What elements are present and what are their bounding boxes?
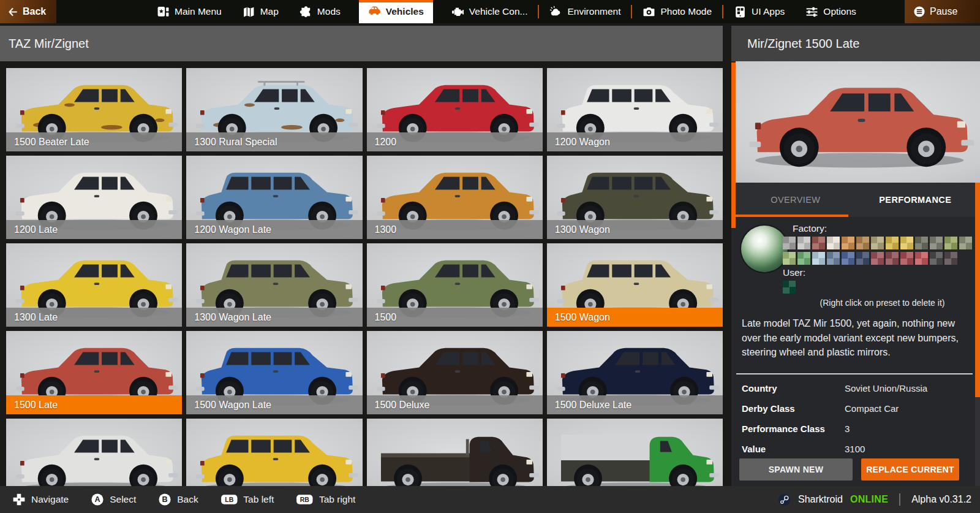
- spawn-new-button[interactable]: SPAWN NEW: [739, 458, 853, 481]
- controller-hint-icon: B: [158, 493, 172, 506]
- topbar-tab[interactable]: Environment: [547, 0, 623, 23]
- version-label: Alpha v0.31.2: [911, 494, 971, 505]
- vehicle-tile[interactable]: 1300 Wagon Late: [186, 243, 362, 327]
- vehicle-tile[interactable]: 1300 Wagon: [547, 156, 723, 239]
- topbar-tab[interactable]: Options: [803, 0, 858, 23]
- topbar-tab[interactable]: Vehicles: [359, 0, 433, 23]
- vehicle-name-bar: 1300 Rural Special: [186, 132, 362, 151]
- factory-color-swatch[interactable]: [827, 237, 840, 249]
- factory-color-swatch[interactable]: [915, 237, 928, 249]
- factory-color-swatch[interactable]: [944, 252, 957, 265]
- topbar-tab[interactable]: UI Apps: [731, 0, 787, 23]
- pause-button[interactable]: Pause: [905, 0, 980, 23]
- user-color-swatch[interactable]: [783, 281, 796, 294]
- vehicle-name-bar: 1200 Wagon Late: [186, 220, 362, 239]
- vehicle-description: Late model TAZ Mir 1500, yet again, noth…: [742, 316, 968, 360]
- factory-color-swatch[interactable]: [871, 252, 884, 265]
- top-nav-tabs: Main Menu Map Mods Vehicles: [154, 0, 859, 23]
- vehicle-tile[interactable]: 1300 Late: [6, 243, 182, 327]
- vehicle-tile[interactable]: 1500 Wagon Late: [186, 331, 362, 414]
- vehicle-name: 1500 Wagon Late: [194, 400, 271, 411]
- vehicle-tile[interactable]: [367, 419, 543, 486]
- factory-color-swatch[interactable]: [797, 237, 810, 249]
- factory-color-swatch[interactable]: [842, 237, 854, 249]
- panel-buttons: SPAWN NEW REPLACE CURRENT: [731, 458, 980, 481]
- factory-color-swatch[interactable]: [930, 252, 943, 265]
- vehicle-list-header: TAZ Mir/Zignet: [0, 26, 723, 61]
- factory-color-swatch[interactable]: [915, 252, 928, 265]
- topbar-tab[interactable]: Mods: [297, 0, 343, 23]
- vehicle-name-bar: 1500: [367, 308, 543, 327]
- factory-color-swatch[interactable]: [900, 252, 913, 265]
- factory-color-swatch[interactable]: [856, 237, 869, 249]
- topbar-tab-icon: [805, 6, 818, 18]
- panel-scrollbar-thumb[interactable]: [975, 183, 980, 397]
- vehicle-name: 1300 Late: [14, 312, 58, 323]
- factory-color-row-2: [783, 252, 957, 265]
- factory-color-swatch[interactable]: [959, 237, 972, 249]
- vehicle-tile[interactable]: 1500: [367, 243, 543, 327]
- tab-overview[interactable]: OVERVIEW: [736, 183, 856, 217]
- factory-color-swatch[interactable]: [886, 252, 899, 265]
- vehicle-tile[interactable]: [186, 419, 362, 486]
- factory-color-swatch[interactable]: [812, 237, 825, 249]
- tab-performance[interactable]: PERFORMANCE: [856, 183, 976, 217]
- vehicle-name-bar: 1500 Wagon: [547, 308, 723, 327]
- vehicle-tile[interactable]: 1500 Deluxe Late: [547, 331, 723, 414]
- spec-row: Country Soviet Union/Russia: [731, 378, 973, 398]
- preset-thumbnail[interactable]: [741, 226, 788, 272]
- vehicle-tile[interactable]: 1500 Deluxe: [367, 331, 543, 414]
- vehicle-name-bar: 1300 Wagon: [547, 220, 723, 239]
- factory-color-swatch[interactable]: [886, 237, 899, 249]
- factory-color-swatch[interactable]: [842, 252, 854, 265]
- spec-value: Soviet Union/Russia: [845, 383, 973, 393]
- topbar-tab[interactable]: Photo Mode: [640, 0, 714, 23]
- vehicle-tile[interactable]: 1500 Late: [6, 331, 182, 414]
- vehicle-tile[interactable]: [547, 419, 723, 486]
- controller-hint: LB Tab left: [221, 493, 274, 506]
- spec-value: 3100: [845, 444, 973, 454]
- topbar-tab-label: Photo Mode: [660, 6, 712, 17]
- topbar-tab-icon: [157, 6, 170, 18]
- controller-hint-label: Tab right: [319, 494, 355, 505]
- vehicle-tile[interactable]: 1200: [367, 68, 543, 151]
- topbar-tab[interactable]: Vehicle Con...: [449, 0, 530, 23]
- factory-color-swatch[interactable]: [871, 237, 884, 249]
- factory-color-swatch[interactable]: [930, 237, 943, 249]
- status-area: Sharktroid ONLINE Alpha v0.31.2: [778, 486, 971, 513]
- vehicle-tile[interactable]: 1500 Wagon: [547, 243, 723, 327]
- topbar-tab-label: Options: [823, 6, 856, 17]
- back-button[interactable]: Back: [0, 0, 56, 23]
- vehicle-tile[interactable]: [6, 419, 182, 486]
- preset-hint: (Right click on preset to delete it): [790, 298, 975, 308]
- vehicle-thumbnail: [547, 419, 723, 486]
- replace-current-button[interactable]: REPLACE CURRENT: [861, 458, 959, 481]
- vehicle-name-bar: 1500 Late: [6, 395, 182, 414]
- spec-value: Compact Car: [845, 403, 973, 414]
- pause-label: Pause: [930, 6, 957, 17]
- bottom-hint-bar: Navigate A Select B Back LB Tab left: [0, 486, 980, 513]
- factory-color-swatch[interactable]: [783, 237, 796, 249]
- factory-color-swatch[interactable]: [827, 252, 840, 265]
- factory-color-swatch[interactable]: [783, 252, 796, 265]
- spec-label: Performance Class: [742, 424, 845, 434]
- factory-color-swatch[interactable]: [812, 252, 825, 265]
- detail-panel-header: Mir/Zignet 1500 Late: [731, 26, 980, 61]
- vehicle-name-bar: 1500 Wagon Late: [186, 395, 362, 414]
- vehicle-tile[interactable]: 1200 Wagon Late: [186, 156, 362, 239]
- spec-row: Value 3100: [731, 439, 973, 459]
- vehicle-tile[interactable]: 1300: [367, 156, 543, 239]
- factory-color-swatch[interactable]: [797, 252, 810, 265]
- factory-color-swatch[interactable]: [900, 237, 913, 249]
- vehicle-tile[interactable]: 1500 Beater Late: [6, 68, 182, 151]
- vehicle-preview-image: [736, 61, 980, 183]
- vehicle-tile[interactable]: 1200 Late: [6, 156, 182, 239]
- pause-menu-icon: [913, 6, 925, 18]
- vehicle-tile[interactable]: 1300 Rural Special: [186, 68, 362, 151]
- topbar-tab[interactable]: Map: [240, 0, 281, 23]
- factory-color-swatch[interactable]: [944, 237, 957, 249]
- vehicle-tile[interactable]: 1200 Wagon: [547, 68, 723, 151]
- topbar-tab[interactable]: Main Menu: [154, 0, 224, 23]
- vehicle-name: 1300 Rural Special: [194, 137, 277, 148]
- factory-color-swatch[interactable]: [856, 252, 869, 265]
